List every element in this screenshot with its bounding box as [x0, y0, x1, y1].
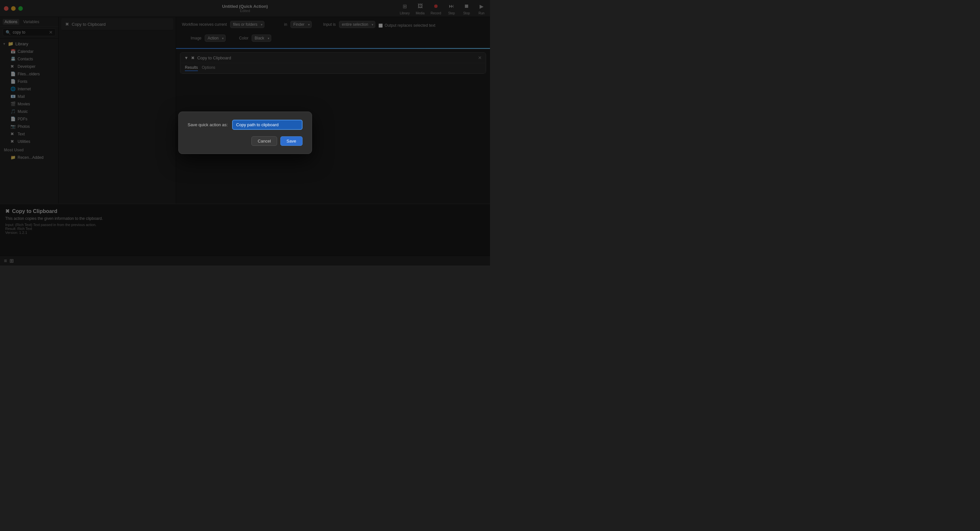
modal-input-row: Save quick action as:: [188, 120, 302, 130]
modal-label: Save quick action as:: [188, 122, 228, 127]
modal-name-input[interactable]: [232, 120, 302, 130]
modal-overlay: Save quick action as: Cancel Save: [0, 0, 490, 266]
modal-buttons: Cancel Save: [188, 136, 302, 146]
cancel-button[interactable]: Cancel: [251, 136, 277, 146]
save-dialog: Save quick action as: Cancel Save: [178, 112, 312, 154]
save-button[interactable]: Save: [280, 136, 302, 146]
